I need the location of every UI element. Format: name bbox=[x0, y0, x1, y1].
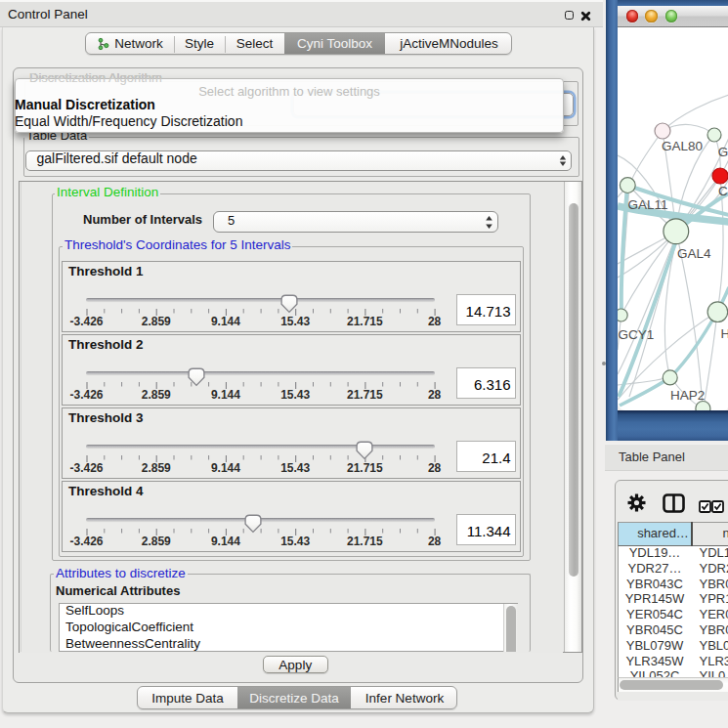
svg-text:C: C bbox=[718, 183, 728, 197]
svg-text:GAL80: GAL80 bbox=[662, 138, 703, 152]
svg-text:GCY1: GCY1 bbox=[618, 327, 654, 342]
svg-text:H: H bbox=[720, 326, 728, 341]
svg-text:GA: GA bbox=[717, 144, 728, 158]
svg-text:GAL4: GAL4 bbox=[677, 246, 711, 261]
svg-text:GAL11: GAL11 bbox=[627, 196, 667, 211]
svg-text:HAP2: HAP2 bbox=[670, 388, 705, 403]
